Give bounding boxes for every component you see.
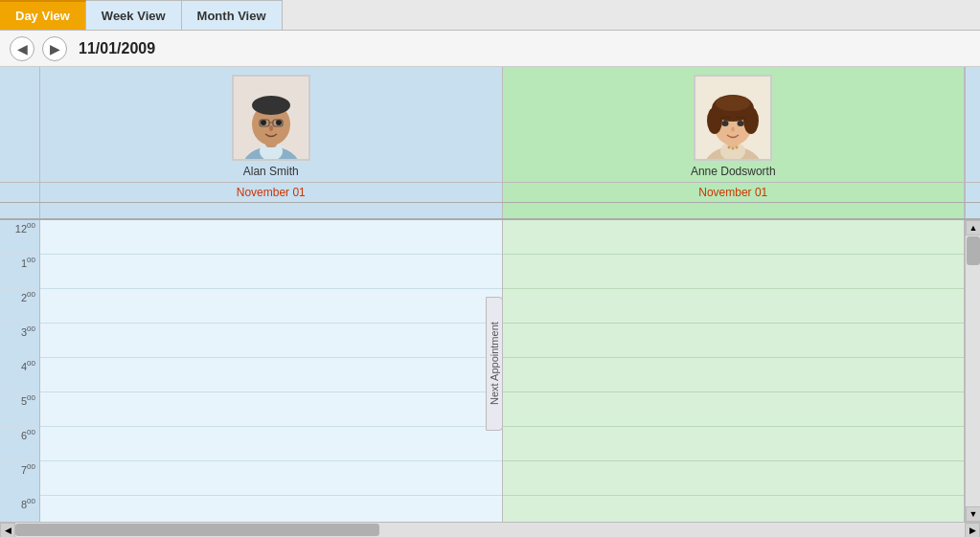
grid-cell-alan-5[interactable] [40, 392, 502, 427]
person-photo-alan [232, 75, 310, 161]
time-slot-8: 800 [0, 496, 39, 522]
svg-point-8 [269, 125, 273, 131]
grid-cell-alan-3[interactable] [40, 324, 502, 358]
time-slot-12: 1200 [0, 220, 39, 255]
prev-button[interactable]: ◀ [10, 36, 34, 61]
svg-point-21 [722, 121, 729, 126]
grid-cell-alan-4[interactable] [40, 358, 502, 392]
grid-cell-anne-5[interactable] [503, 392, 965, 427]
svg-point-20 [716, 96, 750, 111]
svg-point-26 [736, 146, 739, 149]
grid-cell-anne-2[interactable] [503, 289, 965, 324]
calendar-area: Alan Smith [0, 67, 980, 537]
grid-cell-alan-8[interactable] [40, 496, 502, 522]
nav-bar: ◀ ▶ 11/01/2009 [0, 31, 980, 67]
date-alan: November 01 [40, 183, 503, 202]
time-slot-2: 200 [0, 289, 39, 324]
grid-cell-anne-3[interactable] [503, 324, 965, 358]
scroll-track-space [966, 266, 980, 506]
header-scrollbar-space [965, 67, 980, 182]
scroll-track-horizontal[interactable] [15, 523, 965, 537]
tab-month[interactable]: Month View [182, 0, 283, 30]
allday-row [0, 203, 980, 220]
grid-cell-alan-0[interactable] [40, 220, 502, 255]
anne-portrait-svg [695, 77, 770, 159]
person-header-row: Alan Smith [0, 67, 980, 183]
current-date: 11/01/2009 [79, 40, 155, 57]
grid-cell-alan-6[interactable] [40, 427, 502, 461]
tab-week[interactable]: Week View [86, 0, 182, 30]
scroll-right-button[interactable]: ▶ [965, 523, 980, 537]
date-scrollbar-space [965, 183, 980, 202]
date-subrow: November 01 November 01 [0, 183, 980, 203]
person-header-alan: Alan Smith [40, 67, 503, 182]
next-button[interactable]: ▶ [42, 36, 67, 61]
time-slot-3: 300 [0, 324, 39, 358]
time-slot-5: 500 [0, 392, 39, 427]
time-gutter-header-top [0, 67, 40, 182]
grid-cell-alan-1[interactable] [40, 255, 502, 289]
grid-col-anne[interactable] [503, 220, 966, 522]
time-slot-4: 400 [0, 358, 39, 392]
grid-cell-anne-0[interactable] [503, 220, 965, 255]
tab-bar: Day View Week View Month View [0, 0, 980, 31]
grid-cell-anne-4[interactable] [503, 358, 965, 392]
svg-point-6 [261, 120, 266, 125]
person-header-anne: Anne Dodsworth [503, 67, 966, 182]
person-name-alan: Alan Smith [243, 165, 299, 178]
svg-point-7 [276, 120, 282, 125]
svg-point-18 [707, 107, 722, 134]
scroll-down-button[interactable]: ▼ [966, 506, 980, 522]
time-slot-1: 100 [0, 255, 39, 289]
time-grid: 1200 100 200 300 400 500 600 700 800 900… [0, 220, 980, 522]
svg-point-5 [252, 96, 290, 115]
grid-cell-alan-2[interactable] [40, 289, 502, 324]
time-slot-7: 700 [0, 461, 39, 496]
allday-gutter [0, 203, 40, 218]
grid-columns[interactable]: Next Appointment [40, 220, 965, 522]
person-name-anne: Anne Dodsworth [691, 165, 776, 178]
scroll-thumb-horizontal[interactable] [15, 524, 379, 536]
allday-anne [503, 203, 966, 218]
date-gutter [0, 183, 40, 202]
date-anne: November 01 [503, 183, 966, 202]
vertical-scrollbar[interactable]: ▲ ▼ [965, 220, 980, 522]
svg-point-23 [731, 127, 735, 132]
grid-cell-alan-7[interactable] [40, 461, 502, 496]
grid-cell-anne-7[interactable] [503, 461, 965, 496]
tab-day[interactable]: Day View [0, 0, 86, 30]
svg-point-22 [738, 121, 744, 126]
svg-point-25 [732, 147, 735, 150]
allday-alan [40, 203, 503, 218]
time-gutter: 1200 100 200 300 400 500 600 700 800 900… [0, 220, 40, 522]
scroll-left-button[interactable]: ◀ [0, 523, 15, 537]
horizontal-scrollbar[interactable]: ◀ ▶ [0, 522, 980, 537]
grid-col-alan[interactable]: Next Appointment [40, 220, 503, 522]
svg-point-19 [743, 107, 759, 134]
scroll-thumb-vertical[interactable] [967, 236, 980, 265]
grid-cell-anne-8[interactable] [503, 496, 965, 522]
time-slot-6: 600 [0, 427, 39, 461]
svg-point-24 [728, 146, 731, 149]
grid-cell-anne-6[interactable] [503, 427, 965, 461]
grid-cell-anne-1[interactable] [503, 255, 965, 289]
scroll-up-button[interactable]: ▲ [966, 220, 980, 235]
allday-scrollbar-space [965, 203, 980, 218]
next-appointment-button[interactable]: Next Appointment [486, 297, 503, 431]
person-photo-anne [694, 75, 772, 161]
alan-portrait-svg [234, 77, 308, 159]
